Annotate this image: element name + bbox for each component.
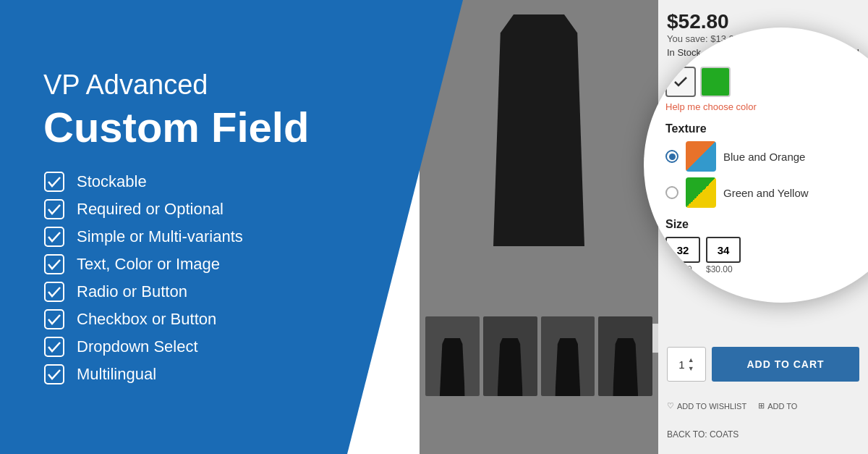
feature-item-2: Simple or Multi-variants [43, 226, 420, 248]
feature-label-2: Simple or Multi-variants [77, 227, 243, 246]
radio-dot-active [669, 154, 676, 160]
check-icon-1 [43, 198, 65, 220]
quantity-up-arrow[interactable]: ▲ [688, 356, 694, 363]
texture-swatch-blue-orange [686, 141, 716, 172]
size-option-32: 32 $10.00 [665, 237, 700, 274]
svg-rect-2 [45, 227, 64, 246]
quantity-arrows: ▲ ▼ [688, 356, 694, 372]
help-choose-color-link[interactable]: Help me choose color [665, 101, 868, 112]
color-swatch-green[interactable] [700, 67, 731, 97]
check-icon-7 [43, 363, 65, 385]
check-icon-3 [43, 253, 65, 275]
radio-green-yellow[interactable] [665, 186, 678, 199]
svg-rect-1 [45, 200, 64, 219]
size-btn-34[interactable]: 34 [706, 237, 741, 263]
quantity-down-arrow[interactable]: ▼ [688, 365, 694, 372]
feature-label-4: Radio or Button [77, 282, 187, 301]
texture-label-blue-orange: Blue and Orange [723, 151, 805, 163]
add-to-cart-area: 1 ▲ ▼ ADD TO CART [667, 347, 859, 382]
main-coat-image [488, 14, 590, 246]
size-section: Size 32 $10.00 34 $30.00 Size chart [665, 218, 868, 290]
check-icon-6 [43, 336, 65, 358]
texture-options-list: Blue and Orange Green and Yellow [665, 141, 868, 208]
svg-rect-6 [45, 337, 64, 356]
size-price-34: $30.00 [706, 264, 741, 274]
product-info-area: $52.80 You save: $13.20 In Stock SKU Col… [658, 0, 868, 454]
size-buttons-list: 32 $10.00 34 $30.00 [665, 237, 868, 274]
title-line1: VP Advanced [43, 69, 420, 102]
feature-item-3: Text, Color or Image [43, 253, 420, 275]
color-section: Color Help me choose color [665, 48, 868, 112]
feature-item-1: Required or Optional [43, 198, 420, 220]
color-swatches [665, 67, 868, 97]
svg-rect-3 [45, 255, 64, 274]
wishlist-compare-row: ♡ ADD TO WISHLIST ⊞ ADD TO [667, 401, 859, 411]
add-to-compare-btn[interactable]: ⊞ ADD TO [758, 401, 797, 411]
feature-label-3: Text, Color or Image [77, 255, 220, 274]
texture-option-1[interactable]: Blue and Orange [665, 141, 868, 172]
heart-icon: ♡ [667, 401, 674, 411]
thumb-2[interactable] [483, 316, 537, 396]
size-label: Size [665, 218, 868, 231]
texture-swatch-green-yellow [686, 177, 716, 208]
texture-section: Texture Blue and Orange Gree [665, 122, 868, 208]
svg-rect-0 [45, 172, 64, 191]
size-option-34: 34 $30.00 [706, 237, 741, 274]
coat-image-area: › [420, 0, 658, 454]
check-icon-0 [43, 171, 65, 193]
quantity-control[interactable]: 1 ▲ ▼ [667, 347, 706, 382]
feature-item-6: Dropdown Select [43, 336, 420, 358]
feature-item-7: Multilingual [43, 363, 420, 385]
size-btn-32[interactable]: 32 [665, 237, 700, 263]
feature-list: Stockable Required or Optional [43, 171, 420, 385]
feature-label-5: Checkbox or Button [77, 310, 216, 329]
checkmark-icon [673, 76, 688, 88]
back-to-coats[interactable]: BACK TO: COATS [667, 429, 739, 440]
add-to-wishlist-btn[interactable]: ♡ ADD TO WISHLIST [667, 401, 746, 411]
left-panel: VP Advanced Custom Field Stockable [0, 0, 463, 454]
product-panel: › $52.80 You save: $13.20 In Stock SKU [420, 0, 868, 454]
texture-label-green-yellow: Green and Yellow [723, 187, 809, 199]
feature-item-0: Stockable [43, 171, 420, 193]
feature-label-0: Stockable [77, 172, 147, 191]
svg-rect-7 [45, 365, 64, 384]
page-container: › $52.80 You save: $13.20 In Stock SKU [0, 0, 868, 454]
check-icon-5 [43, 308, 65, 330]
compare-label: ADD TO [767, 402, 797, 411]
add-to-cart-button[interactable]: ADD TO CART [712, 347, 859, 382]
feature-label-7: Multilingual [77, 365, 156, 384]
title-line2: Custom Field [43, 104, 420, 151]
thumb-4[interactable] [598, 316, 652, 396]
texture-option-2[interactable]: Green and Yellow [665, 177, 868, 208]
options-circle-overlay: Color Help me choose color Texture [644, 28, 868, 303]
thumbnail-row [420, 316, 658, 396]
check-icon-2 [43, 226, 65, 248]
wishlist-label: ADD TO WISHLIST [677, 402, 746, 411]
size-price-32: $10.00 [665, 264, 700, 274]
svg-rect-5 [45, 310, 64, 329]
size-chart-link[interactable]: Size chart [665, 279, 868, 290]
thumb-1[interactable] [425, 316, 480, 396]
feature-item-5: Checkbox or Button [43, 308, 420, 330]
quantity-value: 1 [678, 358, 684, 371]
color-swatch-check[interactable] [665, 67, 696, 97]
feature-label-1: Required or Optional [77, 200, 224, 219]
texture-label: Texture [665, 122, 868, 135]
thumb-3[interactable] [541, 316, 595, 396]
feature-label-6: Dropdown Select [77, 337, 198, 356]
check-icon-4 [43, 281, 65, 303]
compare-icon: ⊞ [758, 401, 765, 411]
svg-rect-4 [45, 282, 64, 301]
radio-blue-orange[interactable] [665, 150, 678, 163]
feature-item-4: Radio or Button [43, 281, 420, 303]
